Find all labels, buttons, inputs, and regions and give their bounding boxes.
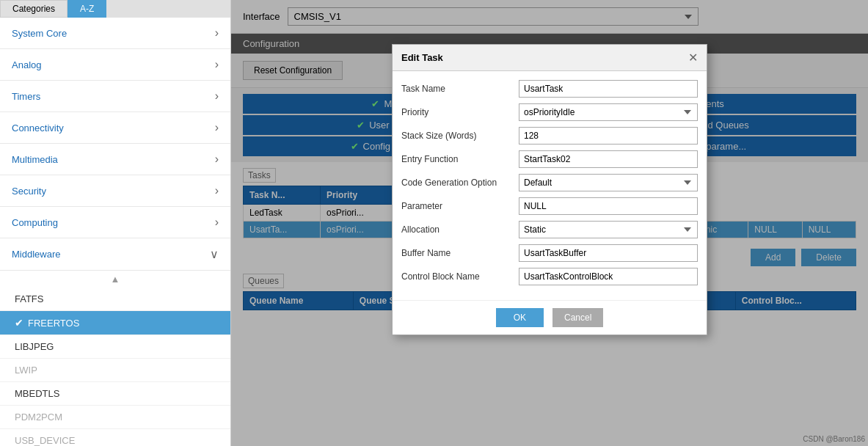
modal-label-buffer-name: Buffer Name — [401, 248, 519, 258]
edit-task-modal: Edit Task ✕ Task Name Priority osPriorit… — [392, 44, 707, 335]
pdm2pcm-label: PDM2PCM — [15, 412, 62, 423]
chevron-right-icon: › — [215, 89, 219, 103]
modal-label-stack-size: Stack Size (Words) — [401, 131, 519, 141]
fatfs-label: FATFS — [15, 293, 43, 304]
check-icon: ✔ — [15, 317, 23, 329]
sidebar-sub-libjpeg[interactable]: LIBJPEG — [0, 335, 230, 359]
sidebar-tabs: Categories A-Z — [0, 0, 230, 18]
modal-row-priority: Priority osPriorityIdle osPriorityLow os… — [401, 103, 698, 121]
modal-select-code-gen[interactable]: Default As External — [519, 174, 698, 191]
modal-title: Edit Task — [401, 52, 443, 63]
modal-input-stack-size[interactable] — [519, 127, 698, 145]
sidebar-tab-az[interactable]: A-Z — [68, 0, 106, 18]
sidebar-sub-lwip: LWIP — [0, 359, 230, 382]
modal-overlay: Edit Task ✕ Task Name Priority osPriorit… — [231, 0, 868, 446]
sidebar: Categories A-Z System Core › Analog › Ti… — [0, 0, 231, 446]
modal-row-control-block: Control Block Name — [401, 268, 698, 285]
modal-footer: OK Cancel — [393, 300, 707, 334]
main-content: Interface CMSIS_V1 CMSIS_V2 Configuratio… — [231, 0, 868, 446]
sidebar-sub-fatfs[interactable]: FATFS — [0, 288, 230, 311]
sidebar-item-computing[interactable]: Computing › — [0, 207, 230, 238]
usb-device-label: USB_DEVICE — [15, 435, 75, 446]
modal-label-task-name: Task Name — [401, 84, 519, 94]
sidebar-item-multimedia[interactable]: Multimedia › — [0, 144, 230, 175]
modal-row-code-gen: Code Generation Option Default As Extern… — [401, 174, 698, 191]
modal-close-button[interactable]: ✕ — [688, 51, 698, 65]
chevron-right-icon: › — [215, 26, 219, 40]
mbedtls-label: MBEDTLS — [15, 388, 59, 399]
sidebar-sub-freertos[interactable]: ✔ FREERTOS — [0, 311, 230, 335]
sidebar-item-analog[interactable]: Analog › — [0, 49, 230, 81]
sidebar-sub-usb-device: USB_DEVICE — [0, 429, 230, 446]
modal-label-allocation: Allocation — [401, 224, 519, 235]
chevron-right-icon: › — [215, 216, 219, 229]
modal-cancel-button[interactable]: Cancel — [552, 308, 603, 327]
modal-row-parameter: Parameter — [401, 197, 698, 215]
chevron-right-icon: › — [215, 153, 219, 166]
chevron-right-icon: › — [215, 58, 219, 71]
modal-input-entry-function[interactable] — [519, 150, 698, 168]
chevron-right-icon: › — [215, 184, 219, 197]
modal-row-entry-function: Entry Function — [401, 150, 698, 168]
modal-select-priority[interactable]: osPriorityIdle osPriorityLow osPriorityN… — [519, 103, 698, 121]
sidebar-item-timers[interactable]: Timers › — [0, 81, 230, 112]
modal-header: Edit Task ✕ — [393, 45, 707, 71]
modal-row-allocation: Allocation Static Dynamic — [401, 221, 698, 238]
modal-label-code-gen: Code Generation Option — [401, 178, 519, 188]
sidebar-tab-categories[interactable]: Categories — [0, 0, 68, 18]
scroll-up-arrow[interactable]: ▲ — [0, 271, 230, 288]
sidebar-item-middleware[interactable]: Middleware ∨ — [0, 238, 230, 271]
chevron-down-icon: ∨ — [210, 247, 219, 261]
modal-input-parameter[interactable] — [519, 197, 698, 215]
modal-label-priority: Priority — [401, 107, 519, 117]
middleware-submenu: FATFS ✔ FREERTOS LIBJPEG LWIP MBEDTLS PD… — [0, 288, 230, 446]
modal-input-control-block[interactable] — [519, 268, 698, 285]
modal-body: Task Name Priority osPriorityIdle osPrio… — [393, 71, 707, 300]
chevron-right-icon: › — [215, 121, 219, 134]
sidebar-item-system-core[interactable]: System Core › — [0, 18, 230, 49]
modal-label-entry-function: Entry Function — [401, 154, 519, 164]
modal-ok-button[interactable]: OK — [496, 308, 544, 327]
sidebar-sub-mbedtls[interactable]: MBEDTLS — [0, 382, 230, 406]
freertos-label: FREERTOS — [28, 318, 79, 329]
modal-input-buffer-name[interactable] — [519, 244, 698, 262]
sidebar-item-connectivity[interactable]: Connectivity › — [0, 112, 230, 144]
modal-select-allocation[interactable]: Static Dynamic — [519, 221, 698, 238]
sidebar-sub-pdm2pcm: PDM2PCM — [0, 406, 230, 429]
modal-label-control-block: Control Block Name — [401, 271, 519, 282]
modal-row-stack-size: Stack Size (Words) — [401, 127, 698, 145]
modal-row-buffer-name: Buffer Name — [401, 244, 698, 262]
modal-label-parameter: Parameter — [401, 201, 519, 211]
lwip-label: LWIP — [15, 365, 37, 376]
modal-input-task-name[interactable] — [519, 80, 698, 98]
libjpeg-label: LIBJPEG — [15, 341, 54, 352]
modal-row-task-name: Task Name — [401, 80, 698, 98]
sidebar-item-security[interactable]: Security › — [0, 175, 230, 207]
